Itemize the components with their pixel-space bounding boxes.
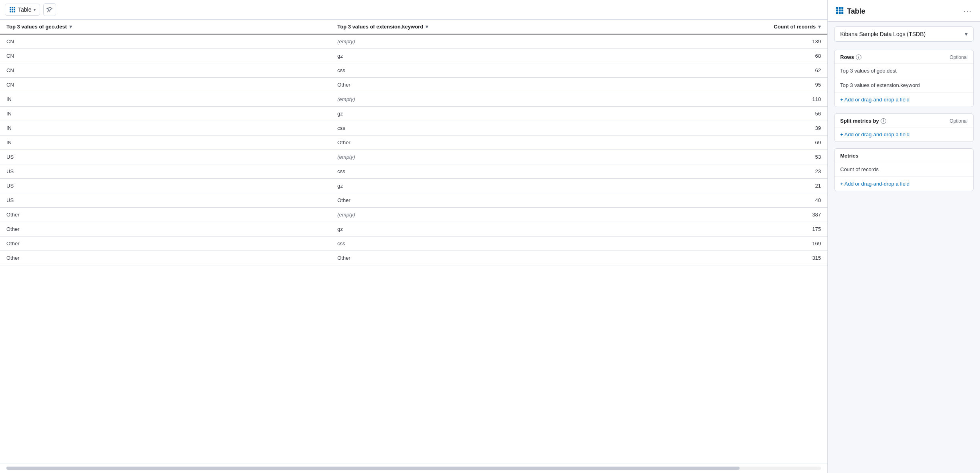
svg-rect-11 — [839, 7, 841, 9]
cell-geo-dest: US — [0, 164, 331, 179]
rows-section: Rows i Optional Top 3 values of geo.dest… — [834, 50, 974, 107]
cell-extension-keyword: (empty) — [331, 34, 662, 49]
right-panel-title: Table — [836, 6, 865, 16]
col-header-count[interactable]: Count of records ▾ — [662, 20, 827, 34]
rows-field-item-2[interactable]: Top 3 values of extension.keyword — [835, 78, 973, 92]
table-row: CNOther95 — [0, 78, 827, 92]
table-row: UScss23 — [0, 164, 827, 179]
cell-geo-dest: CN — [0, 34, 331, 49]
cell-geo-dest: CN — [0, 63, 331, 78]
svg-line-9 — [47, 10, 49, 12]
pin-button[interactable] — [43, 3, 56, 16]
cell-extension-keyword: css — [331, 63, 662, 78]
cell-extension-keyword: gz — [331, 222, 662, 236]
svg-rect-8 — [14, 11, 15, 12]
count-of-records-item[interactable]: Count of records — [835, 162, 973, 176]
cell-extension-keyword: (empty) — [331, 208, 662, 222]
split-metrics-section: Split metrics by i Optional + Add or dra… — [834, 113, 974, 142]
cell-extension-keyword: gz — [331, 179, 662, 193]
left-panel: Table ▾ Top 3 values of geo.dest ▾ — [0, 0, 828, 473]
table-row: IN(empty)110 — [0, 92, 827, 107]
table-grid-icon — [9, 6, 16, 13]
metrics-section: Metrics Count of records + Add or drag-a… — [834, 148, 974, 191]
scrollbar-track — [6, 467, 821, 470]
svg-rect-10 — [836, 7, 838, 9]
svg-rect-14 — [839, 10, 841, 12]
cell-geo-dest: CN — [0, 78, 331, 92]
cell-count: 39 — [662, 121, 827, 135]
cell-geo-dest: CN — [0, 49, 331, 63]
svg-rect-3 — [10, 9, 11, 10]
cell-geo-dest: IN — [0, 121, 331, 135]
sort-icon-extension: ▾ — [425, 24, 428, 30]
cell-geo-dest: IN — [0, 135, 331, 150]
cell-geo-dest: Other — [0, 222, 331, 236]
cell-count: 110 — [662, 92, 827, 107]
cell-extension-keyword: (empty) — [331, 92, 662, 107]
rows-optional-label: Optional — [950, 55, 968, 60]
toolbar: Table ▾ — [0, 0, 827, 20]
table-row: CN(empty)139 — [0, 34, 827, 49]
rows-add-field[interactable]: + Add or drag-and-drop a field — [835, 92, 973, 107]
svg-rect-6 — [10, 11, 11, 12]
right-panel-header: Table ··· — [828, 0, 980, 22]
scrollbar-thumb — [6, 467, 740, 470]
cell-count: 139 — [662, 34, 827, 49]
cell-geo-dest: Other — [0, 208, 331, 222]
sort-icon-count: ▾ — [818, 24, 821, 30]
right-panel-title-text: Table — [847, 7, 865, 16]
cell-geo-dest: US — [0, 150, 331, 164]
cell-extension-keyword: gz — [331, 107, 662, 121]
split-metrics-info-icon[interactable]: i — [881, 118, 886, 124]
svg-rect-12 — [841, 7, 843, 9]
split-metrics-label: Split metrics by i — [840, 118, 886, 124]
svg-rect-1 — [12, 7, 13, 8]
cell-count: 53 — [662, 150, 827, 164]
col-header-geo-dest[interactable]: Top 3 values of geo.dest ▾ — [0, 20, 331, 34]
table-row: Other(empty)387 — [0, 208, 827, 222]
cell-geo-dest: IN — [0, 92, 331, 107]
cell-count: 56 — [662, 107, 827, 121]
svg-rect-15 — [841, 10, 843, 12]
table-row: OtherOther315 — [0, 251, 827, 265]
table-row: Othergz175 — [0, 222, 827, 236]
data-source-dropdown[interactable]: Kibana Sample Data Logs (TSDB) ▾ — [834, 26, 974, 42]
more-options-button[interactable]: ··· — [964, 7, 972, 16]
data-source-chevron: ▾ — [965, 31, 968, 37]
table-row: INcss39 — [0, 121, 827, 135]
metrics-header: Metrics — [835, 149, 973, 162]
cell-count: 40 — [662, 193, 827, 208]
col-header-extension-keyword[interactable]: Top 3 values of extension.keyword ▾ — [331, 20, 662, 34]
cell-extension-keyword: (empty) — [331, 150, 662, 164]
horizontal-scrollbar[interactable] — [0, 463, 827, 473]
table-row: Othercss169 — [0, 236, 827, 251]
cell-count: 175 — [662, 222, 827, 236]
cell-geo-dest: US — [0, 193, 331, 208]
svg-rect-17 — [839, 12, 841, 14]
svg-rect-5 — [14, 9, 15, 10]
cell-count: 315 — [662, 251, 827, 265]
svg-rect-18 — [841, 12, 843, 14]
table-button-label: Table — [18, 6, 31, 13]
table-dropdown-button[interactable]: Table ▾ — [5, 4, 40, 16]
table-row: CNcss62 — [0, 63, 827, 78]
cell-count: 69 — [662, 135, 827, 150]
split-metrics-header: Split metrics by i Optional — [835, 114, 973, 127]
rows-field-item-1[interactable]: Top 3 values of geo.dest — [835, 63, 973, 78]
cell-extension-keyword: Other — [331, 135, 662, 150]
cell-extension-keyword: gz — [331, 49, 662, 63]
split-add-field[interactable]: + Add or drag-and-drop a field — [835, 127, 973, 141]
rows-info-icon[interactable]: i — [856, 55, 861, 60]
cell-count: 23 — [662, 164, 827, 179]
cell-count: 169 — [662, 236, 827, 251]
cell-extension-keyword: css — [331, 236, 662, 251]
table-row: INOther69 — [0, 135, 827, 150]
table-row: INgz56 — [0, 107, 827, 121]
rows-section-header: Rows i Optional — [835, 50, 973, 63]
rows-section-label: Rows i — [840, 54, 861, 60]
cell-count: 68 — [662, 49, 827, 63]
table-row: USOther40 — [0, 193, 827, 208]
metrics-add-field[interactable]: + Add or drag-and-drop a field — [835, 176, 973, 191]
cell-geo-dest: Other — [0, 236, 331, 251]
data-table-container: Top 3 values of geo.dest ▾ Top 3 values … — [0, 20, 827, 463]
